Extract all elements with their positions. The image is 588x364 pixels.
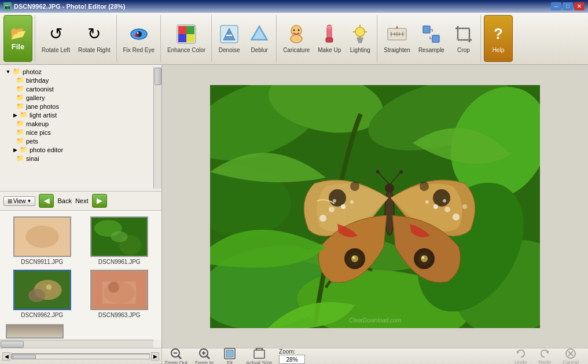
make-up-label: Make Up: [318, 47, 341, 54]
svg-rect-36: [423, 26, 430, 33]
tree-item-cartoonist[interactable]: 📁 cartoonist: [0, 84, 152, 93]
tree-item-makeup[interactable]: 📁 makeup: [0, 119, 152, 128]
undo-button[interactable]: Undo: [511, 347, 531, 365]
photo-canvas: ClearDownload.com: [162, 65, 588, 348]
svg-point-72: [399, 170, 403, 174]
status-row: ◀ ▶ Zoom Out Zoom In: [0, 348, 588, 364]
svg-rect-5: [178, 26, 186, 34]
svg-rect-42: [458, 28, 469, 40]
thumbnail-9962[interactable]: DSCN9962.JPG: [6, 270, 79, 318]
thumbnail-9961[interactable]: DSCN9961.JPG: [83, 216, 156, 265]
title-controls: ─ □ ✕: [551, 2, 585, 10]
deblur-button[interactable]: Deblur: [245, 15, 274, 62]
close-button[interactable]: ✕: [574, 2, 585, 10]
svg-point-44: [25, 226, 59, 248]
view-button[interactable]: ⊞ View ▼: [3, 196, 35, 206]
tree-item-light-artist[interactable]: ▶ 📁 light artist: [0, 111, 152, 119]
h-scrollbar-thumb[interactable]: [13, 355, 36, 359]
thumb-scroll-thumb[interactable]: [1, 341, 24, 348]
rotate-right-button[interactable]: ↻ Rotate Right: [75, 15, 114, 62]
thumbnail-partial[interactable]: [6, 324, 64, 339]
thumb-img-9962: [13, 270, 71, 310]
svg-rect-37: [432, 35, 439, 42]
svg-point-74: [350, 182, 359, 191]
svg-rect-105: [226, 350, 233, 357]
lighting-button[interactable]: Lighting: [346, 15, 374, 62]
thumbnail-9911[interactable]: DSCN9911.JPG: [6, 216, 79, 265]
tree-item-photoz[interactable]: ▼ 📁 photoz: [0, 67, 152, 76]
tree-gallery-label: gallery: [26, 94, 45, 101]
expand-icon-pe: ▶: [12, 146, 19, 153]
caricature-button[interactable]: Caricature: [280, 15, 313, 62]
cancel-icon: [565, 348, 576, 359]
rotate-left-button[interactable]: ↺ Rotate Left: [38, 15, 74, 62]
thumbnail-grid: DSCN9911.JPG DSCN9961.JPG: [0, 211, 161, 324]
tree-scrollbar[interactable]: [153, 67, 161, 189]
thumb-h-scrollbar[interactable]: [0, 340, 153, 348]
back-button[interactable]: ◀: [39, 194, 54, 208]
zoom-input[interactable]: [279, 355, 305, 364]
minimize-button[interactable]: ─: [551, 2, 561, 10]
redo-label: Redo: [538, 359, 551, 365]
file-label: File: [12, 42, 24, 51]
svg-rect-106: [254, 350, 264, 358]
fix-red-eye-button[interactable]: Fix Red Eye: [120, 15, 158, 62]
expand-icon: ▼: [5, 68, 12, 75]
thumbnail-panel: ⊞ View ▼ ◀ Back Next ▶: [0, 192, 161, 348]
make-up-icon: [319, 24, 340, 45]
denoise-label: Denoise: [219, 47, 240, 54]
scroll-right-btn[interactable]: ▶: [151, 352, 159, 361]
butterfly-image: ClearDownload.com: [210, 85, 540, 328]
scroll-left-btn[interactable]: ◀: [2, 352, 10, 361]
denoise-button[interactable]: Denoise: [215, 15, 244, 62]
tree-item-jane-photos[interactable]: 📁 jane photos: [0, 102, 152, 111]
svg-point-3: [135, 34, 138, 37]
right-actions: Undo Redo Cancel: [511, 348, 588, 364]
undo-icon: [515, 348, 527, 359]
caricature-icon: [286, 24, 307, 45]
deblur-icon: [249, 24, 270, 45]
file-button[interactable]: 📂 File: [3, 15, 32, 62]
tree-item-gallery[interactable]: 📁 gallery: [0, 93, 152, 102]
tree-scroll-thumb[interactable]: [155, 68, 161, 85]
redo-button[interactable]: Redo: [535, 347, 554, 365]
svg-point-67: [385, 189, 394, 236]
make-up-button[interactable]: Make Up: [314, 15, 344, 62]
svg-point-75: [319, 215, 326, 222]
fit-button[interactable]: Fit: [218, 347, 241, 365]
straighten-icon: [387, 24, 407, 45]
tree-item-photoz-label: photoz: [23, 68, 42, 75]
actual-size-icon: [253, 347, 266, 360]
h-scrollbar-track[interactable]: [12, 354, 150, 359]
enhance-color-button[interactable]: Enhance Color: [164, 15, 209, 62]
svg-point-88: [421, 255, 428, 262]
tree-item-photo-editor[interactable]: ▶ 📁 photo editor: [0, 145, 152, 154]
help-button[interactable]: ? Help: [484, 15, 513, 62]
tree-item-birthday[interactable]: 📁 birthday: [0, 76, 152, 84]
tree-cartoonist-label: cartoonist: [26, 86, 54, 93]
maximize-button[interactable]: □: [563, 2, 573, 10]
svg-point-95: [425, 200, 429, 204]
thumbnail-9963[interactable]: DSCN9963.JPG: [83, 270, 156, 318]
straighten-label: Straighten: [384, 47, 410, 54]
next-button[interactable]: ▶: [92, 194, 107, 208]
svg-rect-27: [358, 41, 362, 43]
thumb-9961-label: DSCN9961.JPG: [98, 259, 141, 265]
tree-item-pets[interactable]: 📁 pets: [0, 137, 152, 145]
zoom-in-button[interactable]: Zoom In: [192, 347, 216, 365]
tree-birthday-label: birthday: [26, 77, 49, 84]
actual-size-button[interactable]: Actual Size: [244, 347, 274, 365]
help-label: Help: [493, 47, 505, 54]
main-area: ▼ 📁 photoz 📁 birthday 📁 cartoonist 📁: [0, 65, 588, 348]
transform-group: Straighten Resample: [378, 15, 481, 62]
svg-point-85: [352, 256, 355, 259]
tree-item-nice-pics[interactable]: 📁 nice pics: [0, 128, 152, 137]
cancel-button[interactable]: Cancel: [559, 347, 582, 365]
next-label: Next: [75, 197, 89, 204]
straighten-button[interactable]: Straighten: [380, 15, 414, 62]
tree-item-sinai[interactable]: 📁 sinai: [0, 154, 152, 163]
resample-button[interactable]: Resample: [415, 15, 448, 62]
zoom-out-button[interactable]: Zoom Out: [162, 347, 190, 365]
crop-button[interactable]: Crop: [449, 15, 478, 62]
denoise-group: Denoise Deblur: [212, 15, 277, 62]
